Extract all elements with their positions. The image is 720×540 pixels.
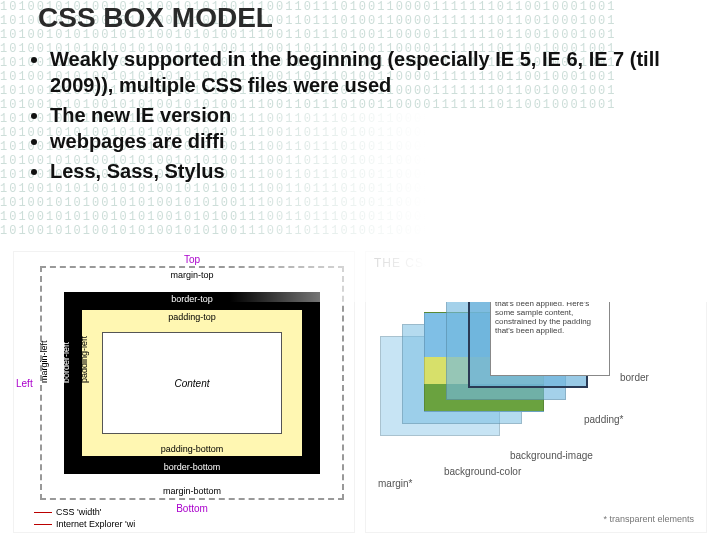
content-label: Content <box>174 378 209 389</box>
content-box: Content <box>102 332 282 434</box>
border-top-label: border-top <box>171 294 213 304</box>
margin-bottom-label: margin-bottom <box>163 486 221 496</box>
padding-bottom-label: padding-bottom <box>161 444 224 454</box>
label-bg-image: background-image <box>510 450 593 461</box>
legend-ie-width: Internet Explorer 'wi <box>34 518 135 530</box>
bullet-item: The new IE version <box>50 102 700 128</box>
margin-top-label: margin-top <box>170 270 213 280</box>
slide-title: CSS BOX MODEL <box>38 2 273 34</box>
box-model-hierarchy-diagram: THE CSS BOX MODEL HIERARCHY Here's some … <box>366 252 706 532</box>
layer-stack: Here's some sample content, constrained … <box>380 282 610 462</box>
border-bottom-label: border-bottom <box>164 462 221 472</box>
padding-top-label: padding-top <box>168 312 216 322</box>
border-left-label: border-left <box>61 342 71 383</box>
width-legend: CSS 'width' Internet Explorer 'wi <box>34 506 135 530</box>
label-margin: margin* <box>378 478 412 489</box>
bullet-list: Weakly supported in the beginning (espec… <box>20 46 700 188</box>
box-model-classic-diagram: Top Bottom Left margin-top margin-bottom… <box>14 252 354 532</box>
label-left: Left <box>16 378 33 389</box>
label-bottom: Bottom <box>176 503 208 514</box>
footnote: * transparent elements <box>603 514 694 524</box>
hierarchy-heading: THE CSS BOX MODEL HIERARCHY <box>374 256 601 270</box>
label-border: border <box>620 372 649 383</box>
diagram-row: Top Bottom Left margin-top margin-bottom… <box>14 252 706 532</box>
label-top: Top <box>184 254 200 265</box>
label-content: (content) <box>620 276 659 287</box>
legend-css-width: CSS 'width' <box>34 506 135 518</box>
label-padding: padding* <box>584 414 623 425</box>
bullet-item: Less, Sass, Stylus <box>50 158 700 184</box>
padding-left-label: padding-left <box>79 336 89 383</box>
slide: 1010010101001010100101010011100110111010… <box>0 0 720 540</box>
bullet-item: Weakly supported in the beginning (espec… <box>50 46 700 98</box>
label-bg-color: background-color <box>444 466 521 477</box>
bullet-item: webpages are diffi <box>50 128 700 154</box>
margin-left-label: margin-left <box>39 340 49 383</box>
layer-content: Here's some sample content, constrained … <box>490 276 610 376</box>
